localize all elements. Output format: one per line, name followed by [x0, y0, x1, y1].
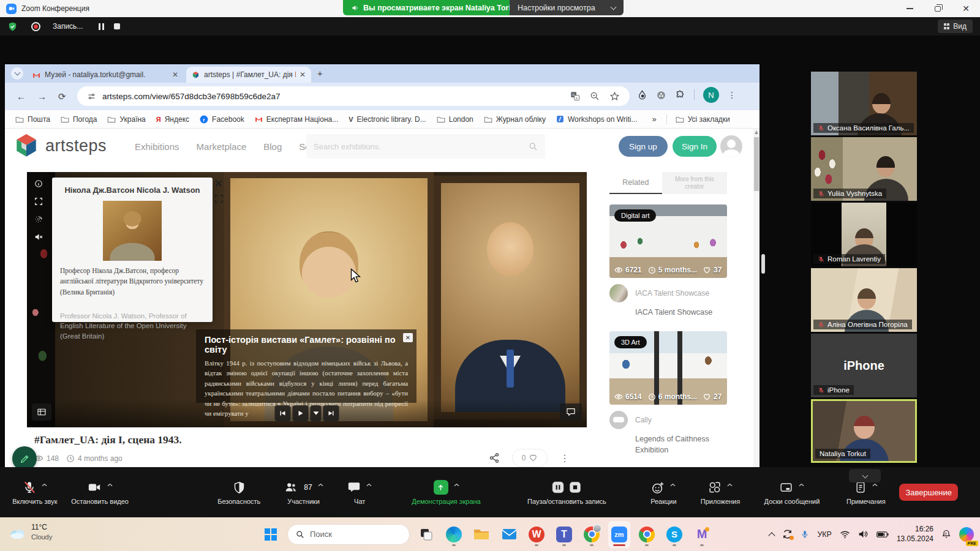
search-input[interactable]: [314, 142, 529, 151]
stop-recording-button[interactable]: [114, 23, 120, 29]
wifi-icon[interactable]: [840, 530, 850, 539]
share-screen-button[interactable]: Демонстрация экрана: [397, 479, 496, 505]
bookmark-folder[interactable]: London: [437, 115, 473, 124]
participant-video[interactable]: Roman Lavrentiy: [811, 203, 917, 266]
mute-sound-icon[interactable]: [34, 233, 43, 241]
hidden-icons-chevron[interactable]: [769, 532, 775, 539]
browser-tab-artsteps[interactable]: artsteps | #Гамлет_UA: дія I, сц ✕: [186, 67, 311, 83]
reload-button[interactable]: ⟳: [58, 91, 66, 102]
file-explorer-icon[interactable]: [470, 521, 492, 548]
taskbar-clock[interactable]: 16:26 13.05.2024: [897, 525, 933, 544]
translate-icon[interactable]: Gя: [570, 91, 580, 101]
language-indicator[interactable]: УКР: [817, 530, 832, 539]
all-bookmarks-folder[interactable]: Усі закладки: [676, 115, 730, 124]
participant-video-active-speaker[interactable]: Nataliya Torkut: [811, 399, 917, 463]
chevron-up-icon[interactable]: [454, 483, 459, 487]
edge-app-icon[interactable]: [443, 521, 465, 548]
pause-recording-button[interactable]: [99, 23, 104, 30]
minimize-button[interactable]: [895, 0, 924, 17]
info-icon[interactable]: [34, 179, 43, 188]
security-button[interactable]: Безопасность: [209, 479, 269, 505]
bookmark-facebook[interactable]: fFacebook: [200, 115, 244, 124]
wps-office-icon[interactable]: W: [526, 521, 548, 548]
teams-app-icon[interactable]: T: [553, 521, 575, 548]
chrome-profile1-icon[interactable]: [581, 521, 603, 548]
nav-marketplace[interactable]: Marketplace: [197, 141, 247, 152]
bookmark-yandex[interactable]: ЯЯндекс: [156, 115, 189, 124]
taskbar-search-input[interactable]: [310, 530, 390, 539]
task-view-button[interactable]: [415, 521, 437, 548]
zoom-out-page-icon[interactable]: [590, 91, 600, 101]
bookmark-folder[interactable]: Пошта: [15, 115, 50, 124]
close-button[interactable]: ✕: [952, 0, 980, 17]
card-title[interactable]: IACA Talent Showcase: [635, 307, 732, 318]
page-scrollbar[interactable]: [753, 129, 760, 467]
skype-app-icon[interactable]: S: [663, 521, 685, 548]
story-dropdown-button[interactable]: [311, 405, 322, 421]
share-icon[interactable]: [489, 452, 500, 463]
more-options-icon[interactable]: ⋮: [560, 452, 570, 464]
related-card[interactable]: 3D Art 6514 6 months... 27 Cally: [609, 331, 732, 455]
chevron-up-icon[interactable]: [670, 483, 676, 487]
unmute-button[interactable]: Включить звук: [7, 479, 62, 505]
back-button[interactable]: ←: [17, 91, 26, 102]
play-story-button[interactable]: [293, 405, 309, 421]
viewer-comments-button[interactable]: [560, 403, 582, 421]
forward-button[interactable]: →: [37, 91, 47, 102]
sync-tray-icon[interactable]: [782, 529, 793, 539]
mail-app-icon[interactable]: [498, 521, 520, 548]
popup-expand-icon[interactable]: [214, 194, 224, 206]
participant-video[interactable]: iPhone iPhone: [811, 334, 917, 397]
chevron-up-icon[interactable]: [366, 483, 372, 487]
view-settings-dropdown[interactable]: Настройки просмотра: [510, 0, 624, 15]
myoffice-app-icon[interactable]: M: [691, 521, 713, 548]
profile-avatar[interactable]: N: [703, 87, 719, 103]
stop-video-button[interactable]: Остановить видео: [62, 479, 138, 505]
account-avatar[interactable]: [720, 135, 742, 157]
tab-search-button[interactable]: [11, 67, 23, 80]
scrollbar-up-arrow[interactable]: [755, 130, 758, 134]
chrome-profile2-icon[interactable]: [636, 521, 658, 548]
tab-close-icon[interactable]: ✕: [172, 70, 178, 79]
scrollbar-thumb[interactable]: [754, 137, 759, 191]
card-title[interactable]: Legends of Caithness Exhibition: [635, 433, 721, 455]
like-button[interactable]: 0: [512, 449, 548, 467]
sign-up-button[interactable]: Sign up: [619, 136, 668, 157]
mic-in-use-icon[interactable]: [801, 529, 809, 539]
reactions-button[interactable]: Реакции: [638, 479, 689, 505]
tab-close-icon[interactable]: ✕: [300, 70, 306, 79]
bookmark-folder[interactable]: Україна: [107, 115, 145, 124]
speaker-icon[interactable]: [858, 530, 869, 539]
whiteboards-button[interactable]: Доски сообщений: [752, 479, 833, 505]
bookmarks-overflow-button[interactable]: »: [652, 114, 657, 124]
chat-button[interactable]: Чат: [338, 479, 381, 505]
taskbar-search[interactable]: [287, 524, 410, 545]
panel-resize-handle[interactable]: [761, 254, 765, 274]
bookmark-expertam[interactable]: Експертам Націона...: [255, 115, 338, 124]
start-button[interactable]: [260, 521, 282, 548]
apps-button[interactable]: Приложения: [689, 479, 751, 505]
story-close-icon[interactable]: ✕: [403, 333, 413, 342]
exhibition-viewer[interactable]: Нікола Дж.Ватсон Nicola J. Watson Профес…: [27, 172, 587, 427]
site-info-icon[interactable]: [87, 92, 96, 101]
sign-in-button[interactable]: Sign In: [673, 136, 717, 157]
notifications-bell-icon[interactable]: z: [941, 529, 951, 539]
notes-button[interactable]: Примечания: [832, 479, 899, 505]
participant-video[interactable]: Yuliia Vyshnytska: [811, 137, 917, 201]
participants-button[interactable]: 87 Участники: [269, 479, 338, 505]
previous-story-button[interactable]: [275, 405, 291, 421]
floorplan-view-button[interactable]: [32, 403, 51, 421]
extensions-puzzle-icon[interactable]: [675, 90, 685, 100]
card-author-row[interactable]: IACA Talent Showcase: [609, 284, 732, 302]
browser-tab-gmail[interactable]: Музей - nataliya.torkut@gmail. ✕: [27, 67, 184, 83]
exhibitions-search[interactable]: [306, 134, 545, 159]
bookmark-folder[interactable]: Погода: [61, 115, 97, 124]
participant-video[interactable]: Аліна Олегівна Погоріла: [811, 268, 917, 332]
address-bar[interactable]: artsteps.com/view/657d8dcb3e7698b59c6de2…: [77, 86, 630, 106]
weather-widget[interactable]: 11°C Cloudy: [9, 522, 52, 542]
card-thumbnail[interactable]: Digital art 6721 5 months... 37: [609, 204, 727, 278]
next-story-button[interactable]: [323, 405, 339, 421]
edit-fab-button[interactable]: [12, 446, 37, 467]
restore-button[interactable]: [924, 0, 952, 17]
tab-related[interactable]: Related: [609, 172, 662, 194]
